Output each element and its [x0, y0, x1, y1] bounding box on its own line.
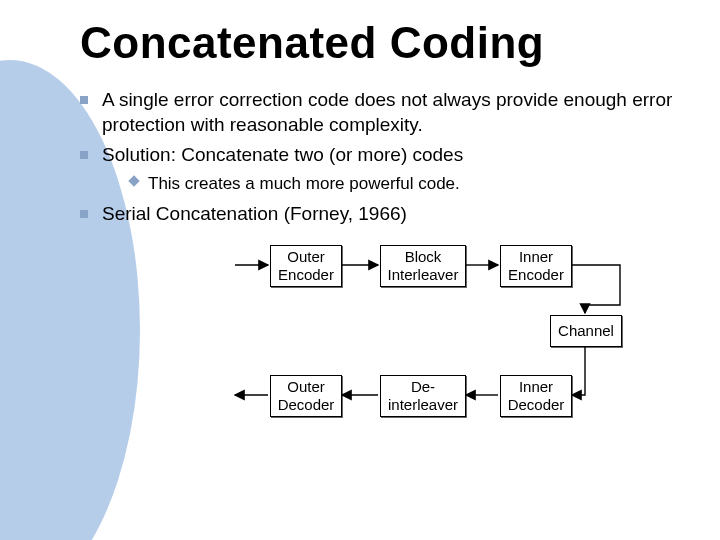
- bullet-text: A single error correction code does not …: [102, 89, 672, 135]
- bullet-item: Solution: Concatenate two (or more) code…: [80, 143, 680, 195]
- bullet-text: Serial Concatenation (Forney, 1966): [102, 203, 407, 224]
- bullet-item: Serial Concatenation (Forney, 1966): [80, 202, 680, 227]
- bullet-list: A single error correction code does not …: [80, 88, 680, 227]
- block-diagram: Outer Encoder Block Interleaver Inner En…: [180, 245, 660, 425]
- bullet-text: Solution: Concatenate two (or more) code…: [102, 144, 463, 165]
- bullet-item: A single error correction code does not …: [80, 88, 680, 137]
- slide-content: Concatenated Coding A single error corre…: [0, 0, 720, 425]
- slide-title: Concatenated Coding: [80, 18, 680, 68]
- sub-bullet-item: This creates a much more powerful code.: [130, 172, 680, 196]
- sub-bullet-list: This creates a much more powerful code.: [130, 172, 680, 196]
- sub-bullet-text: This creates a much more powerful code.: [148, 174, 460, 193]
- diagram-arrows: [180, 245, 660, 425]
